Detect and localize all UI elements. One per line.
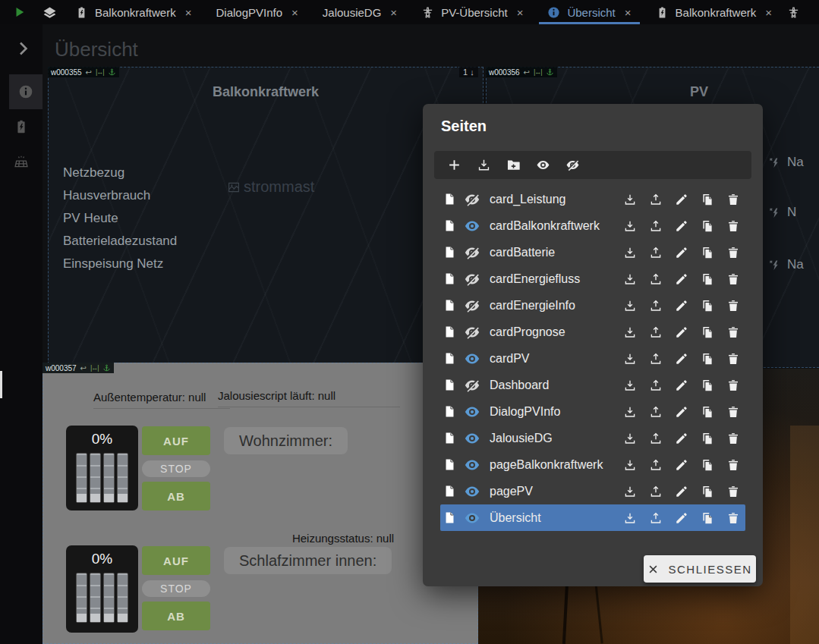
import-button[interactable] [622,218,638,234]
close-tab-icon[interactable]: × [291,6,298,19]
edit-button[interactable] [674,510,689,526]
import-button[interactable] [622,325,638,340]
eye-icon[interactable] [464,457,480,473]
sidebar-item-uebersicht[interactable] [9,74,43,109]
eye-off-icon[interactable] [464,324,480,341]
close-dialog-button[interactable]: SCHLIESSEN [644,555,756,583]
edit-button[interactable] [674,457,689,473]
close-tab-icon[interactable]: × [765,6,772,19]
sidebar-item-pv[interactable] [0,144,43,179]
delete-button[interactable] [726,298,741,313]
page-row[interactable]: Dashboard [440,372,745,398]
export-button[interactable] [648,325,663,340]
show-all-button[interactable] [533,156,553,175]
page-row[interactable]: JalousieDG [440,425,745,451]
page-row[interactable]: card_Leistung [440,186,745,212]
eye-icon[interactable] [464,404,480,420]
delete-button[interactable] [726,510,741,526]
blind-stop-button[interactable]: STOP [142,460,210,477]
edit-button[interactable] [674,298,689,313]
import-button[interactable] [622,245,638,260]
return-icon[interactable]: ↩ [80,364,87,372]
pages-icon[interactable] [43,5,57,20]
eye-icon[interactable] [464,218,480,234]
export-button[interactable] [648,484,663,499]
duplicate-button[interactable] [700,272,715,287]
page-row[interactable]: Übersicht [440,504,745,531]
duplicate-button[interactable] [700,245,715,260]
page-row[interactable]: cardPV [440,345,745,372]
tab-partial[interactable] [784,0,803,24]
page-row[interactable]: cardBatterie [440,239,745,265]
blind-up-button[interactable]: AUF [142,426,210,455]
blind-stop-button[interactable]: STOP [142,580,210,597]
eye-off-icon[interactable] [464,244,480,261]
return-icon[interactable]: ↩ [524,68,530,77]
edit-button[interactable] [674,404,689,419]
anchor-icon[interactable] [546,68,554,77]
resize-icon[interactable]: |↔| [90,364,99,372]
return-icon[interactable]: ↩ [86,68,92,77]
edit-button[interactable] [674,245,689,260]
import-button[interactable] [622,272,638,287]
delete-button[interactable] [726,245,741,260]
add-folder-button[interactable] [503,156,523,175]
page-row[interactable]: cardEnergieInfo [440,292,745,319]
close-tab-icon[interactable]: × [390,6,397,19]
eye-icon[interactable] [464,350,480,367]
import-button[interactable] [622,351,638,366]
widget-chip-w000355[interactable]: w000355 ↩ |↔| [48,67,119,77]
eye-icon[interactable] [464,510,480,526]
import-button[interactable] [622,298,638,313]
eye-off-icon[interactable] [464,297,480,314]
edit-button[interactable] [674,431,689,446]
duplicate-button[interactable] [700,325,715,340]
import-button[interactable] [622,510,638,526]
resize-icon[interactable]: |↔| [534,68,542,76]
blind-widget[interactable]: 0% [66,426,138,510]
delete-button[interactable] [726,378,741,393]
export-button[interactable] [648,245,663,260]
duplicate-button[interactable] [700,510,715,526]
page-row[interactable]: pageBalkonkraftwerk [440,451,745,478]
tab-Balkonkraftwerk[interactable]: Balkonkraftwerk× [644,0,784,24]
close-tab-icon[interactable]: × [625,6,632,19]
eye-icon[interactable] [464,430,480,447]
import-button[interactable] [622,378,638,393]
page-row[interactable]: cardBalkonkraftwerk [440,212,745,239]
duplicate-button[interactable] [700,192,715,207]
delete-button[interactable] [726,272,741,287]
import-button[interactable] [622,404,638,419]
export-button[interactable] [648,298,663,313]
duplicate-button[interactable] [700,298,715,313]
widget-chip-w000357[interactable]: w000357 ↩ |↔| [43,363,114,373]
close-tab-icon[interactable]: × [185,6,192,19]
duplicate-button[interactable] [700,351,715,366]
hide-all-button[interactable] [562,156,582,175]
blind-down-button[interactable]: AB [142,602,210,630]
chevron-right-icon[interactable] [14,39,32,58]
anchor-icon[interactable] [102,364,111,372]
export-button[interactable] [648,404,663,419]
blind-up-button[interactable]: AUF [142,546,210,575]
tab-DialogPVInfo[interactable]: DialogPVInfo× [203,0,310,24]
tab-Balkonkraftwerk[interactable]: Balkonkraftwerk× [63,0,203,24]
page-row[interactable]: cardPrognose [440,319,745,345]
export-button[interactable] [648,272,663,287]
close-tab-icon[interactable]: × [517,6,524,19]
delete-button[interactable] [726,351,741,366]
import-button[interactable] [622,457,638,473]
blind-down-button[interactable]: AB [142,482,210,510]
duplicate-button[interactable] [700,378,715,393]
page-row[interactable]: cardEnergiefluss [440,265,745,292]
edit-button[interactable] [674,272,689,287]
edit-button[interactable] [674,218,689,234]
delete-button[interactable] [726,404,741,419]
export-button[interactable] [648,351,663,366]
duplicate-button[interactable] [700,431,715,446]
delete-button[interactable] [726,325,741,340]
edit-button[interactable] [674,351,689,366]
tab-JalousieDG[interactable]: JalousieDG× [310,0,409,24]
import-button[interactable] [622,192,638,207]
edit-button[interactable] [674,192,689,207]
